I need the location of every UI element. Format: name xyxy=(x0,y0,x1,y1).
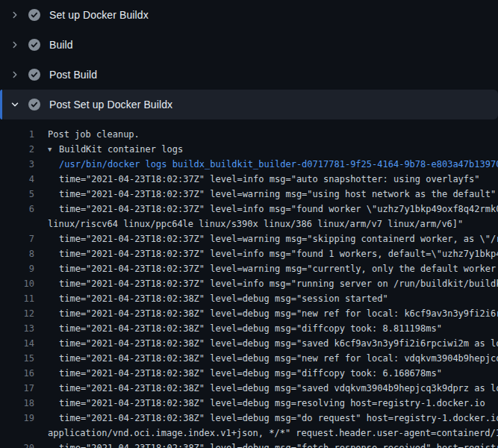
log-line: 10time="2021-04-23T18:02:37Z" level=info… xyxy=(0,276,498,291)
log-line: 15time="2021-04-23T18:02:38Z" level=debu… xyxy=(0,351,498,366)
log-line: 12time="2021-04-23T18:02:38Z" level=debu… xyxy=(0,306,498,321)
step-label: Set up Docker Buildx xyxy=(49,9,149,21)
log-text: time="2021-04-23T18:02:37Z" level=info m… xyxy=(59,276,498,291)
log-text: time="2021-04-23T18:02:37Z" level=warnin… xyxy=(59,231,498,246)
log-line: 18time="2021-04-23T18:02:38Z" level=debu… xyxy=(0,396,498,411)
line-number[interactable]: 1 xyxy=(0,127,34,142)
line-number[interactable]: 6 xyxy=(0,202,34,217)
line-number[interactable]: 10 xyxy=(0,276,34,291)
line-number[interactable]: 11 xyxy=(0,291,34,306)
line-number[interactable]: 17 xyxy=(0,381,34,396)
line-number xyxy=(0,426,34,441)
log-line: 6time="2021-04-23T18:02:37Z" level=info … xyxy=(0,202,498,217)
log-text: time="2021-04-23T18:02:38Z" level=debug … xyxy=(59,306,498,321)
log-line: 4time="2021-04-23T18:02:37Z" level=info … xyxy=(0,172,498,187)
log-command-text: /usr/bin/docker logs buildx_buildkit_bui… xyxy=(59,157,498,172)
line-number[interactable]: 20 xyxy=(0,441,34,448)
log-text: time="2021-04-23T18:02:38Z" level=debug … xyxy=(59,351,498,366)
line-number[interactable]: 14 xyxy=(0,336,34,351)
log-text: linux/riscv64 linux/ppc64le linux/s390x … xyxy=(48,217,463,231)
log-text: BuildKit container logs xyxy=(59,142,183,157)
step-label: Post Build xyxy=(49,69,97,81)
check-circle-icon xyxy=(28,9,40,21)
step-header-post-set-up-docker-buildx[interactable]: Post Set up Docker Buildx xyxy=(0,90,498,119)
log-text: time="2021-04-23T18:02:38Z" level=debug … xyxy=(59,321,442,336)
line-number[interactable]: 3 xyxy=(0,157,34,172)
log-text: time="2021-04-23T18:02:38Z" level=debug … xyxy=(59,336,498,351)
line-number[interactable]: 2 xyxy=(0,142,34,157)
line-number xyxy=(0,217,34,231)
log-line: 14time="2021-04-23T18:02:38Z" level=debu… xyxy=(0,336,498,351)
log-text: time="2021-04-23T18:02:37Z" level=info m… xyxy=(59,202,498,217)
log-text: application/vnd.oci.image.index.v1+json,… xyxy=(48,426,498,441)
chevron-right-icon xyxy=(9,69,21,81)
group-toggle-icon[interactable]: ▼ xyxy=(48,142,59,157)
log-line: 2▼BuildKit container logs xyxy=(0,142,498,157)
log-line: 13time="2021-04-23T18:02:38Z" level=debu… xyxy=(0,321,498,336)
line-number[interactable]: 5 xyxy=(0,187,34,202)
log-line: 9time="2021-04-23T18:02:37Z" level=warni… xyxy=(0,261,498,276)
line-number[interactable]: 19 xyxy=(0,411,34,426)
log-view: 1Post job cleanup.2▼BuildKit container l… xyxy=(0,127,498,448)
log-text: time="2021-04-23T18:02:38Z" level=debug … xyxy=(59,396,485,411)
log-line-wrap: application/vnd.oci.image.index.v1+json,… xyxy=(0,426,498,441)
log-line: 5time="2021-04-23T18:02:37Z" level=warni… xyxy=(0,187,498,202)
line-number[interactable]: 16 xyxy=(0,366,34,381)
step-header-set-up-docker-buildx[interactable]: Set up Docker Buildx xyxy=(0,0,498,30)
log-line: 1Post job cleanup. xyxy=(0,127,498,142)
chevron-right-icon xyxy=(9,9,21,21)
line-number[interactable]: 18 xyxy=(0,396,34,411)
log-line: 17time="2021-04-23T18:02:38Z" level=debu… xyxy=(0,381,498,396)
step-label: Post Set up Docker Buildx xyxy=(49,99,172,111)
log-text: time="2021-04-23T18:02:37Z" level=warnin… xyxy=(59,187,496,202)
chevron-down-icon xyxy=(9,99,21,111)
check-circle-icon xyxy=(28,69,40,81)
step-label: Build xyxy=(49,39,73,51)
log-text: time="2021-04-23T18:02:38Z" level=debug … xyxy=(59,381,498,396)
steps-list: Set up Docker BuildxBuildPost BuildPost … xyxy=(0,0,498,119)
step-header-build[interactable]: Build xyxy=(0,30,498,60)
log-text: Post job cleanup. xyxy=(48,127,140,142)
log-line: 7time="2021-04-23T18:02:37Z" level=warni… xyxy=(0,231,498,246)
log-text: time="2021-04-23T18:02:37Z" level=info m… xyxy=(59,246,498,261)
log-line: 19time="2021-04-23T18:02:38Z" level=debu… xyxy=(0,411,498,426)
line-number[interactable]: 4 xyxy=(0,172,34,187)
log-text: time="2021-04-23T18:02:38Z" level=debug … xyxy=(59,411,498,426)
chevron-right-icon xyxy=(9,39,21,51)
log-line: 8time="2021-04-23T18:02:37Z" level=info … xyxy=(0,246,498,261)
log-line: 11time="2021-04-23T18:02:38Z" level=debu… xyxy=(0,291,498,306)
log-text: time="2021-04-23T18:02:38Z" level=debug … xyxy=(59,441,498,448)
line-number[interactable]: 8 xyxy=(0,246,34,261)
log-line: 20time="2021-04-23T18:02:38Z" level=debu… xyxy=(0,441,498,448)
log-text: time="2021-04-23T18:02:38Z" level=debug … xyxy=(59,366,442,381)
line-number[interactable]: 12 xyxy=(0,306,34,321)
line-number[interactable]: 13 xyxy=(0,321,34,336)
line-number[interactable]: 15 xyxy=(0,351,34,366)
log-line-wrap: linux/riscv64 linux/ppc64le linux/s390x … xyxy=(0,217,498,231)
check-circle-icon xyxy=(28,39,40,51)
check-circle-icon xyxy=(28,99,40,111)
log-text: time="2021-04-23T18:02:37Z" level=info m… xyxy=(59,172,480,187)
line-number[interactable]: 7 xyxy=(0,231,34,246)
step-header-post-build[interactable]: Post Build xyxy=(0,60,498,90)
log-text: time="2021-04-23T18:02:37Z" level=warnin… xyxy=(59,261,498,276)
log-line: 16time="2021-04-23T18:02:38Z" level=debu… xyxy=(0,366,498,381)
log-line: 3/usr/bin/docker logs buildx_buildkit_bu… xyxy=(0,157,498,172)
log-text: time="2021-04-23T18:02:38Z" level=debug … xyxy=(59,291,388,306)
line-number[interactable]: 9 xyxy=(0,261,34,276)
